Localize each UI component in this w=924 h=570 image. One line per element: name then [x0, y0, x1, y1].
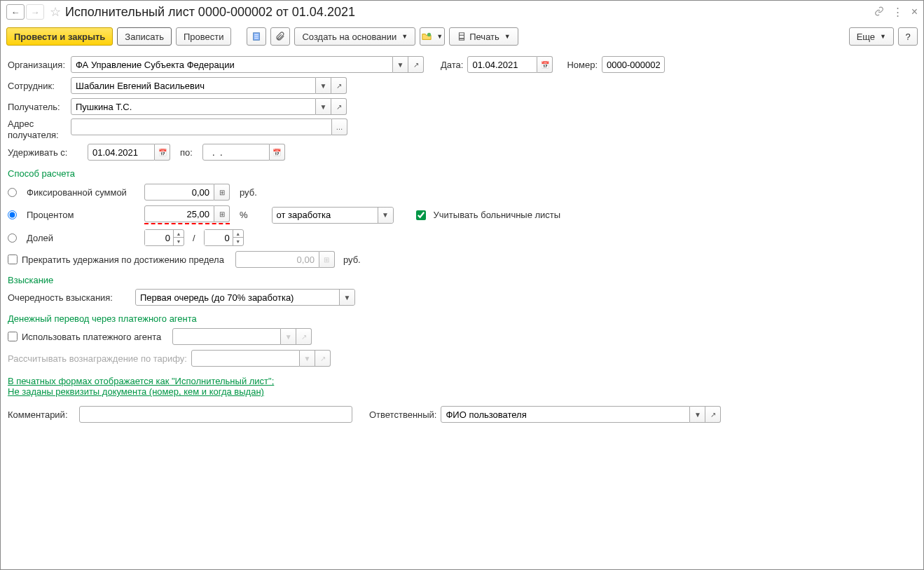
hold-from-label: Удерживать с: — [8, 147, 83, 158]
fraction-den-spinner[interactable]: ▲▼ — [204, 229, 244, 246]
stop-label: Прекратить удержания по достижению преде… — [22, 255, 224, 265]
fraction-den-input[interactable] — [205, 230, 233, 245]
fraction-den-down-icon[interactable]: ▼ — [233, 238, 243, 245]
recipient-input[interactable] — [71, 98, 316, 115]
order-input[interactable] — [136, 290, 339, 305]
fraction-sep: / — [193, 233, 195, 243]
responsible-open-icon[interactable]: ↗ — [705, 406, 721, 423]
percent-unit: % — [240, 210, 248, 220]
report-button[interactable] — [247, 27, 266, 46]
write-button[interactable]: Записать — [117, 27, 172, 46]
svg-point-4 — [427, 33, 431, 36]
address-input[interactable] — [71, 118, 332, 135]
tariff-input — [191, 350, 300, 367]
fraction-den-up-icon[interactable]: ▲ — [233, 230, 243, 238]
stop-unit: руб. — [343, 255, 361, 265]
fixed-calc-icon[interactable]: ⊞ — [214, 184, 230, 201]
post-button[interactable]: Провести — [176, 27, 232, 46]
stop-value-input — [235, 251, 319, 268]
fixed-value-input[interactable] — [144, 184, 214, 201]
fraction-label: Долей — [27, 233, 139, 243]
percent-value-input[interactable] — [144, 205, 214, 222]
recipient-label: Получатель: — [8, 102, 67, 112]
employee-label: Сотрудник: — [8, 81, 67, 91]
hold-from-calendar-icon[interactable]: 📅 — [155, 144, 170, 161]
create-based-button[interactable]: Создать на основании▼ — [294, 27, 415, 46]
fraction-num-up-icon[interactable]: ▲ — [174, 230, 184, 238]
help-button[interactable]: ? — [898, 27, 918, 46]
tariff-dropdown-icon: ▼ — [300, 350, 315, 367]
order-label: Очередность взыскания: — [8, 292, 131, 303]
address-more-icon[interactable]: … — [332, 118, 347, 135]
fixed-radio[interactable] — [8, 188, 17, 197]
responsible-dropdown-icon[interactable]: ▼ — [690, 406, 705, 423]
stop-checkbox[interactable] — [8, 255, 18, 264]
folder-button[interactable]: ▼ — [420, 27, 445, 46]
fraction-radio[interactable] — [8, 233, 17, 243]
nav-forward-button: → — [26, 4, 44, 20]
agent-dropdown-icon: ▼ — [281, 328, 296, 345]
recipient-dropdown-icon[interactable]: ▼ — [316, 98, 331, 115]
org-label: Организация: — [8, 60, 67, 70]
employee-dropdown-icon[interactable]: ▼ — [316, 77, 331, 94]
agent-section-title: Денежный перевод через платежного агента — [8, 313, 916, 324]
percent-base-dropdown-icon[interactable]: ▼ — [378, 208, 393, 223]
percent-calc-icon[interactable]: ⊞ — [214, 205, 230, 222]
tariff-label: Рассчитывать вознаграждение по тарифу: — [8, 353, 187, 364]
responsible-label: Ответственный: — [369, 409, 436, 420]
use-agent-checkbox[interactable] — [8, 332, 18, 341]
org-open-icon[interactable]: ↗ — [408, 56, 424, 73]
date-label: Дата: — [441, 60, 463, 70]
number-input[interactable] — [602, 56, 665, 73]
page-title: Исполнительный лист 0000-000002 от 01.04… — [65, 5, 355, 20]
attach-button[interactable] — [270, 27, 290, 46]
number-label: Номер: — [567, 60, 598, 70]
kebab-icon[interactable]: ⋮ — [892, 6, 903, 18]
recipient-open-icon[interactable]: ↗ — [331, 98, 347, 115]
comment-label: Комментарий: — [8, 409, 75, 420]
sick-checkbox[interactable] — [416, 210, 426, 220]
address-label: Адрес получателя: — [8, 118, 67, 140]
print-form-link[interactable]: В печатных формах отображается как "Испо… — [8, 376, 288, 397]
percent-label: Процентом — [27, 210, 139, 220]
hold-to-input[interactable] — [202, 144, 270, 161]
more-button[interactable]: Еще▼ — [849, 27, 894, 46]
order-dropdown-icon[interactable]: ▼ — [339, 290, 354, 305]
sick-label: Учитывать больничные листы — [434, 210, 561, 220]
tariff-open-icon: ↗ — [315, 350, 331, 367]
close-icon[interactable]: × — [911, 6, 918, 18]
employee-input[interactable] — [71, 77, 316, 94]
fraction-num-down-icon[interactable]: ▼ — [174, 238, 184, 245]
date-calendar-icon[interactable]: 📅 — [537, 56, 553, 73]
fraction-num-input[interactable] — [145, 230, 173, 245]
print-button[interactable]: Печать▼ — [449, 27, 518, 46]
responsible-input[interactable] — [441, 406, 690, 423]
link-icon[interactable] — [874, 6, 884, 18]
fixed-label: Фиксированной суммой — [27, 187, 139, 198]
percent-base-input[interactable] — [273, 208, 378, 223]
org-input[interactable] — [71, 56, 393, 73]
post-and-close-button[interactable]: Провести и закрыть — [6, 27, 113, 46]
date-input[interactable] — [467, 56, 537, 73]
nav-back-button[interactable]: ← — [6, 4, 25, 20]
agent-input — [172, 328, 281, 345]
fraction-num-spinner[interactable]: ▲▼ — [144, 229, 184, 246]
org-dropdown-icon[interactable]: ▼ — [393, 56, 408, 73]
percent-radio[interactable] — [8, 210, 17, 219]
svg-rect-5 — [460, 35, 464, 39]
collect-section-title: Взыскание — [8, 275, 916, 285]
hold-to-calendar-icon[interactable]: 📅 — [270, 144, 285, 161]
favorite-star-icon[interactable]: ☆ — [50, 4, 61, 20]
agent-open-icon: ↗ — [296, 328, 312, 345]
stop-calc-icon: ⊞ — [319, 251, 335, 268]
calc-section-title: Способ расчета — [8, 168, 916, 179]
employee-open-icon[interactable]: ↗ — [331, 77, 347, 94]
use-agent-label: Использовать платежного агента — [22, 332, 161, 342]
hold-from-input[interactable] — [88, 144, 155, 161]
hold-to-label: по: — [180, 147, 193, 158]
comment-input[interactable] — [79, 406, 352, 423]
fixed-unit: руб. — [240, 187, 257, 198]
